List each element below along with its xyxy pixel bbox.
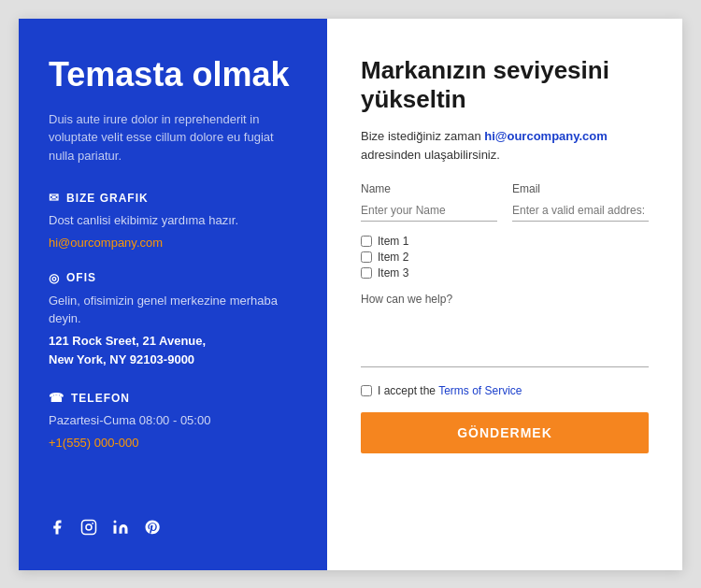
telefon-text: Pazartesi-Cuma 08:00 - 05:00 [49, 411, 297, 430]
bize-grafik-text: Dost canlisi ekibimiz yardıma hazır. [49, 211, 297, 230]
name-group: Name [361, 182, 497, 222]
help-textarea[interactable] [361, 311, 649, 367]
checkbox-item1-input[interactable] [361, 236, 372, 247]
svg-rect-3 [114, 525, 117, 534]
section-bize-grafik: ✉ BIZE GRAFIK Dost canlisi ekibimiz yard… [49, 191, 297, 251]
section-telefon-title: ☎ TELEFON [49, 391, 297, 405]
pinterest-icon [144, 519, 161, 536]
section-bize-grafik-title: ✉ BIZE GRAFIK [49, 191, 297, 205]
left-subtitle: Duis aute irure dolor in reprehenderit i… [49, 110, 297, 165]
left-content: Temasta olmak Duis aute irure dolor in r… [49, 56, 297, 471]
section-telefon: ☎ TELEFON Pazartesi-Cuma 08:00 - 05:00 +… [49, 391, 297, 451]
facebook-link[interactable] [49, 519, 65, 540]
desc-after: adresinden ulaşabilirsiniz. [361, 148, 500, 162]
checkbox-item-3: Item 3 [361, 266, 649, 280]
linkedin-icon [112, 519, 129, 536]
tos-label: I accept the Terms of Service [378, 384, 522, 397]
checkbox-item3-label: Item 3 [378, 266, 408, 280]
svg-point-1 [86, 524, 92, 530]
checkbox-item3-input[interactable] [361, 267, 372, 279]
right-title: Markanızın seviyesini yükseltin [361, 56, 649, 114]
checkbox-item2-label: Item 2 [378, 251, 408, 264]
telefon-link[interactable]: +1(555) 000-000 [49, 436, 139, 450]
left-title: Temasta olmak [49, 56, 297, 93]
linkedin-link[interactable] [112, 519, 129, 540]
desc-before: Bize istediğiniz zaman [361, 129, 484, 143]
svg-point-2 [92, 523, 93, 524]
svg-rect-0 [82, 521, 96, 535]
contact-card: Temasta olmak Duis aute irure dolor in r… [19, 19, 682, 570]
left-panel: Temasta olmak Duis aute irure dolor in r… [19, 19, 327, 570]
name-input[interactable] [361, 200, 497, 222]
checkbox-item1-label: Item 1 [378, 235, 408, 248]
instagram-link[interactable] [80, 519, 97, 540]
facebook-icon [49, 519, 65, 536]
tos-row: I accept the Terms of Service [361, 384, 649, 397]
checkbox-item-1: Item 1 [361, 235, 649, 248]
checkbox-item2-input[interactable] [361, 251, 372, 263]
form-name-email-row: Name Email [361, 182, 649, 222]
email-input[interactable] [512, 200, 649, 222]
ofis-address-line2: New York, NY 92103-9000 [49, 351, 297, 370]
section-ofis-title: ◎ OFIS [49, 271, 297, 285]
instagram-icon [80, 519, 97, 536]
pinterest-link[interactable] [144, 519, 161, 540]
svg-point-4 [114, 521, 117, 523]
location-icon: ◎ [49, 271, 60, 285]
submit-button[interactable]: GÖNDERMEK [361, 412, 649, 453]
name-label: Name [361, 182, 497, 195]
email-label: Email [512, 182, 649, 195]
social-row [49, 519, 297, 540]
checkbox-item-2: Item 2 [361, 251, 649, 264]
phone-icon: ☎ [49, 391, 64, 405]
contact-email-link[interactable]: hi@ourcompany.com [484, 129, 608, 143]
checkbox-group: Item 1 Item 2 Item 3 [361, 235, 649, 280]
right-panel: Markanızın seviyesini yükseltin Bize ist… [327, 19, 682, 570]
tos-link[interactable]: Terms of Service [438, 384, 522, 397]
section-ofis: ◎ OFIS Gelin, ofisimizin genel merkezine… [49, 271, 297, 371]
tos-checkbox[interactable] [361, 385, 372, 396]
right-description: Bize istediğiniz zaman hi@ourcompany.com… [361, 127, 649, 164]
email-group: Email [512, 182, 649, 222]
ofis-text: Gelin, ofisimizin genel merkezine merhab… [49, 292, 297, 328]
help-label: How can we help? [361, 293, 649, 306]
bize-grafik-link[interactable]: hi@ourcompany.com [49, 236, 163, 250]
email-icon: ✉ [49, 191, 60, 205]
ofis-address-line1: 121 Rock Sreet, 21 Avenue, [49, 332, 297, 351]
